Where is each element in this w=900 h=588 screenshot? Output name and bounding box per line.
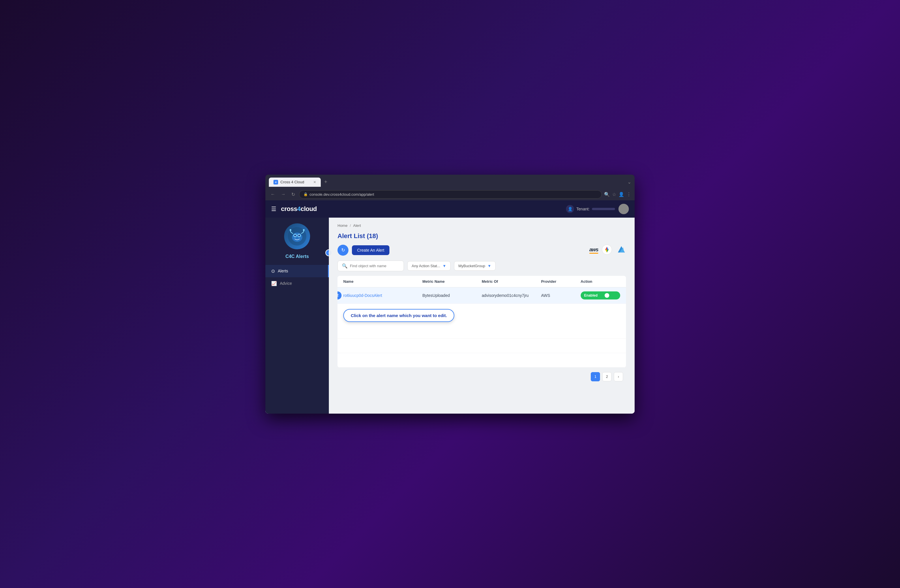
breadcrumb-current: Alert [353, 223, 361, 228]
group-filter[interactable]: MyBucketGroup ▼ [454, 261, 496, 271]
sidebar-avatar-img [287, 226, 307, 246]
enable-toggle[interactable]: Enabled [581, 291, 620, 299]
action-status-label: Any Action Stat... [412, 264, 440, 268]
security-icon: 🔒 [303, 192, 308, 196]
col-header-action: Action [581, 279, 620, 284]
page-1-button[interactable]: 1 [591, 372, 600, 381]
toggle-thumb [605, 293, 609, 298]
sidebar-nav: ⊙ Alerts 📈 Advice [265, 265, 329, 290]
active-tab[interactable]: 4 Cross 4 Cloud ✕ [269, 178, 321, 187]
search-box[interactable]: 🔍 [337, 261, 404, 271]
toggle-label: Enabled [584, 293, 598, 297]
app-container: ☰ cross4cloud 👤 Tenant: [265, 200, 635, 414]
menu-icon[interactable]: ⋮ [627, 192, 631, 197]
aws-text: aws [589, 247, 598, 253]
sidebar-item-advice[interactable]: 📈 Advice [265, 277, 329, 290]
content-area: Home / Alert Alert List (18) ↻ Create An… [329, 218, 635, 414]
col-header-name: Name [343, 279, 422, 284]
cell-name: ro6iuucp0d-DocsAlert [343, 293, 422, 298]
browser-address-row: ← → ↻ 🔒 console.dev.cross4cloud.com/app/… [269, 189, 631, 200]
bookmark-icon[interactable]: ☆ [612, 192, 616, 197]
cell-action: Enabled [581, 291, 620, 299]
top-nav-right: 👤 Tenant: [566, 204, 629, 214]
advice-icon: 📈 [271, 281, 277, 286]
tab-close-btn[interactable]: ✕ [313, 180, 316, 184]
page-2-button[interactable]: 2 [602, 372, 611, 381]
tenant-value[interactable] [592, 208, 615, 210]
cell-metric-of: advisorydemo01c4cny7jru [482, 293, 541, 298]
browser-controls-right: 🔍 ☆ 👤 ⋮ [604, 192, 631, 197]
hamburger-button[interactable]: ☰ [271, 206, 276, 212]
group-chevron-icon: ▼ [487, 264, 491, 268]
step-badge: 2 [337, 291, 341, 299]
empty-row-3 [337, 353, 626, 367]
user-avatar-button[interactable] [618, 204, 629, 214]
tab-favicon: 4 [273, 180, 278, 184]
gcp-logo-svg [602, 244, 612, 255]
refresh-button[interactable]: ↻ [290, 190, 297, 198]
breadcrumb: Home / Alert [337, 223, 626, 228]
alert-name-link[interactable]: ro6iuucp0d-DocsAlert [343, 293, 382, 298]
sidebar: ‹ C4C Alerts ⊙ Alerts 📈 Advice [265, 218, 329, 414]
svg-point-7 [303, 229, 305, 231]
tenant-icon: 👤 [566, 205, 574, 213]
provider-logos: aws [589, 244, 626, 256]
svg-point-6 [290, 229, 291, 231]
table-header: Name Metric Name Metric Of Provider Acti… [337, 276, 626, 287]
tab-title: Cross 4 Cloud [280, 180, 304, 184]
search-input[interactable] [350, 264, 400, 268]
azure-logo [616, 244, 626, 256]
empty-row-2 [337, 339, 626, 353]
breadcrumb-home-link[interactable]: Home [337, 223, 348, 228]
tenant-selector: 👤 Tenant: [566, 205, 615, 213]
back-button[interactable]: ← [269, 190, 277, 198]
sidebar-advice-label: Advice [280, 281, 292, 286]
main-body: ‹ C4C Alerts ⊙ Alerts 📈 Advice [265, 218, 635, 414]
table-row: 2 ro6iuucp0d-DocsAlert BytesUploaded adv… [337, 287, 626, 304]
aws-logo: aws [589, 247, 598, 254]
forward-button[interactable]: → [279, 190, 287, 198]
tenant-label: Tenant: [576, 207, 590, 211]
toggle-track[interactable] [599, 292, 610, 298]
toolbar: ↻ Create An Alert aws [337, 244, 626, 256]
group-label: MyBucketGroup [458, 264, 485, 268]
sidebar-item-alerts[interactable]: ⊙ Alerts [265, 265, 329, 277]
svg-point-5 [298, 235, 300, 236]
pagination: 1 2 › [337, 372, 626, 381]
svg-point-1 [292, 233, 302, 242]
search-icon: 🔍 [342, 263, 348, 269]
browser-window: 4 Cross 4 Cloud ✕ + ⌄ ← → ↻ 🔒 console.de… [265, 175, 635, 414]
alert-table: Name Metric Name Metric Of Provider Acti… [337, 276, 626, 367]
filter-row: 🔍 Any Action Stat... ▼ MyBucketGroup ▼ [337, 261, 626, 271]
breadcrumb-separator: / [350, 223, 351, 228]
col-header-metric-of: Metric Of [482, 279, 541, 284]
browser-toolbar: 4 Cross 4 Cloud ✕ + ⌄ ← → ↻ 🔒 console.de… [265, 175, 635, 200]
aws-underline [589, 253, 598, 254]
address-bar[interactable]: 🔒 console.dev.cross4cloud.com/app/alert [299, 190, 602, 199]
sidebar-section-label: C4C Alerts [285, 254, 309, 259]
azure-logo-svg [616, 244, 626, 255]
gcp-logo [602, 244, 612, 256]
page-next-button[interactable]: › [614, 372, 623, 381]
app-logo: cross4cloud [281, 205, 317, 213]
search-browser-icon[interactable]: 🔍 [604, 192, 610, 197]
refresh-alerts-button[interactable]: ↻ [337, 245, 348, 256]
new-tab-button[interactable]: + [322, 178, 330, 186]
col-header-provider: Provider [541, 279, 581, 284]
page-title: Alert List (18) [337, 232, 626, 240]
tooltip-bubble: Click on the alert name which you want t… [343, 309, 454, 322]
browser-tabs-row: 4 Cross 4 Cloud ✕ + ⌄ [269, 178, 631, 187]
alerts-icon: ⊙ [271, 268, 275, 274]
tooltip-container: Click on the alert name which you want t… [337, 304, 626, 324]
svg-point-4 [294, 235, 296, 236]
empty-row-1 [337, 324, 626, 339]
action-chevron-icon: ▼ [442, 264, 446, 268]
sidebar-alerts-label: Alerts [278, 269, 288, 273]
top-nav: ☰ cross4cloud 👤 Tenant: [265, 200, 635, 218]
sidebar-avatar [284, 223, 310, 249]
profile-icon[interactable]: 👤 [618, 192, 624, 197]
action-status-filter[interactable]: Any Action Stat... ▼ [407, 261, 451, 271]
cell-metric-name: BytesUploaded [422, 293, 482, 298]
create-alert-button[interactable]: Create An Alert [352, 245, 389, 255]
cell-provider: AWS [541, 293, 581, 298]
